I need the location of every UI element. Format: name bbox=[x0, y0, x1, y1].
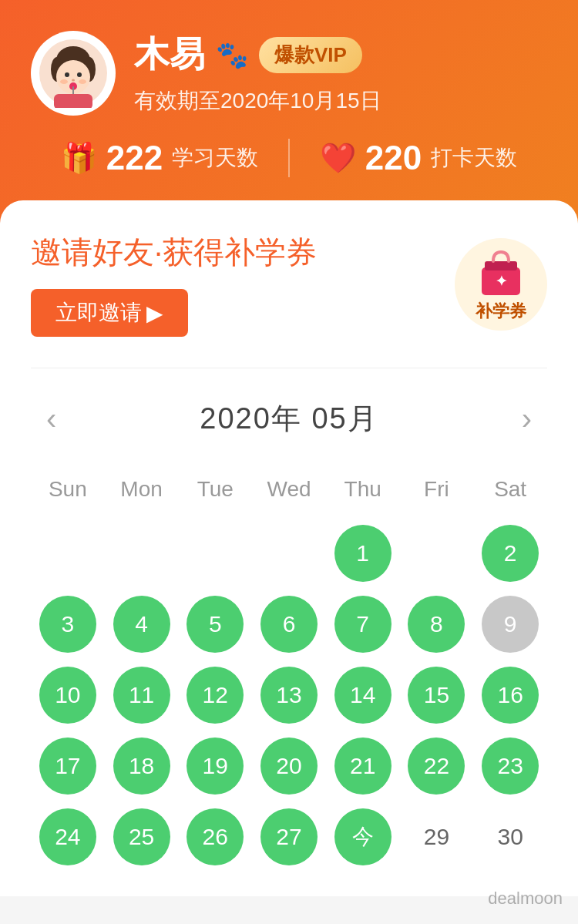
study-stat: 🎁 222 学习天数 bbox=[31, 139, 288, 177]
day-circle[interactable]: 20 bbox=[260, 738, 318, 795]
day-cell: 7 bbox=[326, 596, 400, 653]
weekday-label: Sun bbox=[31, 469, 105, 509]
day-cell: 15 bbox=[400, 667, 474, 724]
day-cell: 17 bbox=[31, 738, 105, 795]
study-count: 222 bbox=[106, 139, 163, 177]
day-circle bbox=[187, 525, 244, 582]
day-cell: 13 bbox=[252, 667, 326, 724]
day-circle[interactable]: 30 bbox=[482, 808, 539, 865]
day-cell bbox=[252, 525, 326, 582]
day-cell: 6 bbox=[252, 596, 326, 653]
avatar bbox=[31, 31, 116, 116]
weekdays-row: SunMonTueWedThuFriSat bbox=[31, 469, 547, 509]
day-cell bbox=[400, 525, 474, 582]
svg-point-10 bbox=[60, 79, 68, 84]
day-circle[interactable]: 9 bbox=[482, 596, 539, 653]
day-circle[interactable]: 5 bbox=[187, 596, 244, 653]
checkin-label: 打卡天数 bbox=[431, 143, 517, 173]
day-circle[interactable]: 7 bbox=[334, 596, 391, 653]
calendar-nav: ‹ 2020年 05月 › bbox=[31, 399, 547, 438]
svg-point-7 bbox=[72, 79, 75, 82]
day-cell: 8 bbox=[400, 596, 474, 653]
day-cell: 26 bbox=[178, 808, 252, 865]
svg-point-11 bbox=[79, 79, 86, 84]
day-cell: 9 bbox=[473, 596, 547, 653]
day-circle[interactable]: 18 bbox=[113, 738, 170, 795]
study-label: 学习天数 bbox=[172, 143, 258, 173]
stats-row: 🎁 222 学习天数 ❤️ 220 打卡天数 bbox=[31, 139, 547, 177]
day-circle[interactable]: 4 bbox=[113, 596, 170, 653]
day-cell: 16 bbox=[473, 667, 547, 724]
day-cell bbox=[105, 525, 179, 582]
day-circle[interactable]: 17 bbox=[39, 738, 96, 795]
day-cell: 2 bbox=[473, 525, 547, 582]
calendar-section: ‹ 2020年 05月 › SunMonTueWedThuFriSat 1234… bbox=[31, 368, 547, 865]
prev-month-button[interactable]: ‹ bbox=[31, 402, 72, 436]
day-cell: 24 bbox=[31, 808, 105, 865]
coupon-label: 补学券 bbox=[474, 300, 528, 323]
invite-title-static: 邀请好友· bbox=[31, 235, 163, 269]
day-cell: 今 bbox=[326, 808, 400, 865]
weekday-label: Mon bbox=[105, 469, 179, 509]
day-cell: 19 bbox=[178, 738, 252, 795]
day-cell: 4 bbox=[105, 596, 179, 653]
day-circle[interactable]: 8 bbox=[408, 596, 465, 653]
checkin-count: 220 bbox=[365, 139, 422, 177]
day-cell: 3 bbox=[31, 596, 105, 653]
day-circle[interactable]: 27 bbox=[260, 808, 318, 865]
coupon-icon-wrap: ✦ 补学券 bbox=[455, 238, 547, 331]
day-cell: 29 bbox=[400, 808, 474, 865]
day-circle[interactable]: 21 bbox=[334, 738, 391, 795]
watermark: dealmoon bbox=[488, 889, 563, 909]
day-cell: 5 bbox=[178, 596, 252, 653]
day-circle[interactable]: 22 bbox=[408, 738, 465, 795]
checkin-stat: ❤️ 220 打卡天数 bbox=[290, 139, 547, 177]
day-cell: 14 bbox=[326, 667, 400, 724]
day-circle[interactable]: 15 bbox=[408, 667, 465, 724]
day-circle[interactable]: 11 bbox=[113, 667, 170, 724]
username: 木易 bbox=[134, 31, 205, 79]
day-circle[interactable]: 29 bbox=[408, 808, 465, 865]
day-circle bbox=[260, 525, 318, 582]
heart-icon: ❤️ bbox=[320, 141, 356, 175]
weekday-label: Wed bbox=[252, 469, 326, 509]
invite-title-highlight: 获得补学券 bbox=[163, 235, 317, 269]
svg-point-6 bbox=[77, 72, 82, 77]
coupon-icon-inner: ✦ 补学券 bbox=[474, 246, 528, 323]
invite-button[interactable]: 立即邀请 ▶ bbox=[31, 289, 188, 337]
day-circle[interactable]: 12 bbox=[187, 667, 244, 724]
day-circle[interactable]: 23 bbox=[482, 738, 539, 795]
day-circle[interactable]: 13 bbox=[260, 667, 318, 724]
name-row: 木易 🐾 爆款VIP bbox=[134, 31, 381, 79]
day-circle[interactable]: 2 bbox=[482, 525, 539, 582]
day-circle[interactable]: 26 bbox=[187, 808, 244, 865]
day-circle[interactable]: 25 bbox=[113, 808, 170, 865]
day-cell: 23 bbox=[473, 738, 547, 795]
invite-title: 邀请好友·获得补学券 bbox=[31, 231, 317, 274]
validity-text: 有效期至2020年10月15日 bbox=[134, 86, 381, 116]
weekday-label: Tue bbox=[178, 469, 252, 509]
day-circle[interactable]: 6 bbox=[260, 596, 318, 653]
day-circle[interactable]: 1 bbox=[334, 525, 391, 582]
day-circle[interactable]: 10 bbox=[39, 667, 96, 724]
day-cell bbox=[31, 525, 105, 582]
day-cell: 25 bbox=[105, 808, 179, 865]
day-circle[interactable]: 今 bbox=[334, 808, 391, 865]
day-circle[interactable]: 14 bbox=[334, 667, 391, 724]
next-month-button[interactable]: › bbox=[506, 402, 547, 436]
day-cell: 30 bbox=[473, 808, 547, 865]
day-circle[interactable]: 16 bbox=[482, 667, 539, 724]
day-circle bbox=[39, 525, 96, 582]
calendar-title: 2020年 05月 bbox=[200, 399, 378, 438]
svg-point-5 bbox=[65, 72, 69, 77]
day-circle[interactable]: 19 bbox=[187, 738, 244, 795]
invite-btn-arrow: ▶ bbox=[146, 301, 163, 326]
days-grid: 1234567891011121314151617181920212223242… bbox=[31, 525, 547, 865]
day-cell: 20 bbox=[252, 738, 326, 795]
svg-rect-14 bbox=[485, 261, 517, 270]
day-cell: 12 bbox=[178, 667, 252, 724]
day-cell: 10 bbox=[31, 667, 105, 724]
day-circle[interactable]: 3 bbox=[39, 596, 96, 653]
day-circle[interactable]: 24 bbox=[39, 808, 96, 865]
weekday-label: Fri bbox=[400, 469, 474, 509]
